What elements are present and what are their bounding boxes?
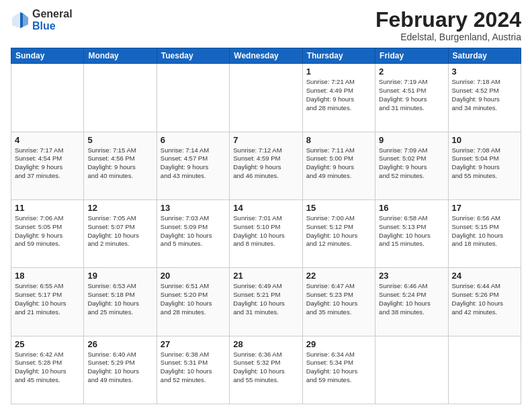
table-row (11, 64, 84, 132)
day-info: Sunrise: 7:14 AM Sunset: 4:57 PM Dayligh… (161, 146, 226, 181)
table-row: 21Sunrise: 6:49 AM Sunset: 5:21 PM Dayli… (230, 268, 302, 336)
table-row: 8Sunrise: 7:11 AM Sunset: 5:00 PM Daylig… (302, 132, 375, 199)
day-number: 19 (87, 271, 152, 281)
day-info: Sunrise: 6:42 AM Sunset: 5:28 PM Dayligh… (15, 351, 80, 385)
calendar-week-3: 11Sunrise: 7:06 AM Sunset: 5:05 PM Dayli… (11, 199, 521, 267)
logo: General Blue (11, 8, 73, 32)
table-row: 7Sunrise: 7:12 AM Sunset: 4:59 PM Daylig… (230, 132, 302, 199)
col-friday: Friday (375, 48, 448, 64)
logo-general-text: General (32, 8, 73, 20)
day-info: Sunrise: 6:40 AM Sunset: 5:29 PM Dayligh… (87, 351, 152, 385)
col-sunday: Sunday (11, 48, 84, 64)
calendar-week-1: 1Sunrise: 7:21 AM Sunset: 4:49 PM Daylig… (11, 64, 521, 132)
calendar-week-2: 4Sunrise: 7:17 AM Sunset: 4:54 PM Daylig… (11, 132, 521, 199)
day-info: Sunrise: 7:15 AM Sunset: 4:56 PM Dayligh… (87, 146, 152, 181)
day-number: 5 (87, 135, 152, 145)
table-row: 2Sunrise: 7:19 AM Sunset: 4:51 PM Daylig… (375, 64, 448, 132)
day-number: 29 (306, 339, 371, 349)
day-number: 14 (233, 203, 298, 213)
day-number: 15 (306, 203, 371, 213)
table-row: 10Sunrise: 7:08 AM Sunset: 5:04 PM Dayli… (448, 132, 521, 199)
col-tuesday: Tuesday (157, 48, 229, 64)
table-row (84, 64, 157, 132)
day-number: 13 (161, 203, 226, 213)
col-monday: Monday (84, 48, 157, 64)
logo-text: General Blue (32, 8, 73, 32)
table-row: 12Sunrise: 7:05 AM Sunset: 5:07 PM Dayli… (84, 199, 157, 267)
day-info: Sunrise: 7:06 AM Sunset: 5:05 PM Dayligh… (15, 214, 80, 248)
logo-blue-text: Blue (32, 20, 73, 32)
table-row: 11Sunrise: 7:06 AM Sunset: 5:05 PM Dayli… (11, 199, 84, 267)
table-row: 5Sunrise: 7:15 AM Sunset: 4:56 PM Daylig… (84, 132, 157, 199)
day-info: Sunrise: 6:36 AM Sunset: 5:32 PM Dayligh… (233, 351, 298, 385)
table-row: 15Sunrise: 7:00 AM Sunset: 5:12 PM Dayli… (302, 199, 375, 267)
day-number: 4 (15, 135, 80, 145)
day-number: 2 (379, 66, 444, 77)
table-row: 14Sunrise: 7:01 AM Sunset: 5:10 PM Dayli… (230, 199, 302, 267)
day-number: 26 (87, 339, 152, 349)
day-info: Sunrise: 6:56 AM Sunset: 5:15 PM Dayligh… (452, 214, 517, 248)
table-row: 22Sunrise: 6:47 AM Sunset: 5:23 PM Dayli… (302, 268, 375, 336)
day-number: 11 (15, 203, 80, 213)
table-row (230, 64, 302, 132)
day-info: Sunrise: 7:21 AM Sunset: 4:49 PM Dayligh… (306, 78, 371, 112)
table-row: 27Sunrise: 6:38 AM Sunset: 5:31 PM Dayli… (157, 336, 229, 404)
table-row: 24Sunrise: 6:44 AM Sunset: 5:26 PM Dayli… (448, 268, 521, 336)
day-number: 6 (161, 135, 226, 145)
table-row: 3Sunrise: 7:18 AM Sunset: 4:52 PM Daylig… (448, 64, 521, 132)
table-row: 20Sunrise: 6:51 AM Sunset: 5:20 PM Dayli… (157, 268, 229, 336)
day-info: Sunrise: 7:00 AM Sunset: 5:12 PM Dayligh… (306, 214, 371, 248)
day-number: 10 (452, 135, 517, 145)
table-row: 17Sunrise: 6:56 AM Sunset: 5:15 PM Dayli… (448, 199, 521, 267)
day-info: Sunrise: 6:47 AM Sunset: 5:23 PM Dayligh… (306, 282, 371, 316)
table-row: 18Sunrise: 6:55 AM Sunset: 5:17 PM Dayli… (11, 268, 84, 336)
day-number: 3 (452, 66, 517, 77)
table-row (448, 336, 521, 404)
table-row: 6Sunrise: 7:14 AM Sunset: 4:57 PM Daylig… (157, 132, 229, 199)
logo-icon (11, 11, 30, 30)
svg-marker-2 (20, 12, 23, 28)
table-row: 9Sunrise: 7:09 AM Sunset: 5:02 PM Daylig… (375, 132, 448, 199)
day-number: 16 (379, 203, 444, 213)
day-info: Sunrise: 6:53 AM Sunset: 5:18 PM Dayligh… (87, 282, 152, 316)
day-info: Sunrise: 6:46 AM Sunset: 5:24 PM Dayligh… (379, 282, 444, 316)
day-number: 20 (161, 271, 226, 281)
day-number: 24 (452, 271, 517, 281)
day-info: Sunrise: 7:05 AM Sunset: 5:07 PM Dayligh… (87, 214, 152, 248)
day-info: Sunrise: 7:01 AM Sunset: 5:10 PM Dayligh… (233, 214, 298, 248)
day-number: 21 (233, 271, 298, 281)
table-row: 29Sunrise: 6:34 AM Sunset: 5:34 PM Dayli… (302, 336, 375, 404)
table-row: 26Sunrise: 6:40 AM Sunset: 5:29 PM Dayli… (84, 336, 157, 404)
day-info: Sunrise: 7:19 AM Sunset: 4:51 PM Dayligh… (379, 78, 444, 112)
day-number: 18 (15, 271, 80, 281)
table-row (157, 64, 229, 132)
day-number: 7 (233, 135, 298, 145)
day-number: 22 (306, 271, 371, 281)
col-wednesday: Wednesday (230, 48, 302, 64)
day-number: 9 (379, 135, 444, 145)
table-row: 4Sunrise: 7:17 AM Sunset: 4:54 PM Daylig… (11, 132, 84, 199)
day-number: 28 (233, 339, 298, 349)
day-info: Sunrise: 7:03 AM Sunset: 5:09 PM Dayligh… (161, 214, 226, 248)
table-row: 23Sunrise: 6:46 AM Sunset: 5:24 PM Dayli… (375, 268, 448, 336)
title-block: February 2024 Edelstal, Burgenland, Aust… (375, 8, 521, 42)
day-info: Sunrise: 6:49 AM Sunset: 5:21 PM Dayligh… (233, 282, 298, 316)
table-row: 16Sunrise: 6:58 AM Sunset: 5:13 PM Dayli… (375, 199, 448, 267)
day-info: Sunrise: 6:55 AM Sunset: 5:17 PM Dayligh… (15, 282, 80, 316)
day-info: Sunrise: 7:18 AM Sunset: 4:52 PM Dayligh… (452, 78, 517, 112)
page: General Blue February 2024 Edelstal, Bur… (0, 0, 532, 411)
table-row: 25Sunrise: 6:42 AM Sunset: 5:28 PM Dayli… (11, 336, 84, 404)
day-number: 8 (306, 135, 371, 145)
calendar-table: Sunday Monday Tuesday Wednesday Thursday… (11, 48, 521, 404)
calendar-week-5: 25Sunrise: 6:42 AM Sunset: 5:28 PM Dayli… (11, 336, 521, 404)
day-info: Sunrise: 6:38 AM Sunset: 5:31 PM Dayligh… (161, 351, 226, 385)
day-info: Sunrise: 7:12 AM Sunset: 4:59 PM Dayligh… (233, 146, 298, 181)
day-info: Sunrise: 7:17 AM Sunset: 4:54 PM Dayligh… (15, 146, 80, 181)
table-row: 13Sunrise: 7:03 AM Sunset: 5:09 PM Dayli… (157, 199, 229, 267)
day-number: 25 (15, 339, 80, 349)
calendar-header-row: Sunday Monday Tuesday Wednesday Thursday… (11, 48, 521, 64)
day-number: 27 (161, 339, 226, 349)
calendar-subtitle: Edelstal, Burgenland, Austria (375, 32, 521, 42)
day-number: 12 (87, 203, 152, 213)
day-info: Sunrise: 6:58 AM Sunset: 5:13 PM Dayligh… (379, 214, 444, 248)
